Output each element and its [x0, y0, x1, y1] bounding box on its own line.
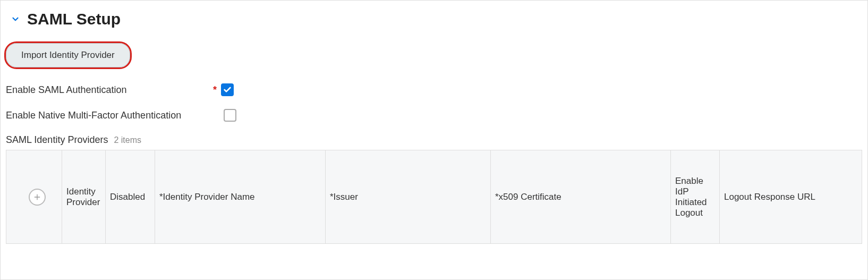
enable-saml-label: Enable SAML Authentication	[6, 84, 213, 96]
add-row-button[interactable]	[29, 189, 46, 206]
column-header-logout-url[interactable]: Logout Response URL	[720, 150, 862, 243]
required-indicator: *	[213, 84, 217, 96]
table-header-row: Identity Provider Disabled *Identity Pro…	[6, 150, 862, 243]
enable-saml-checkbox[interactable]	[221, 83, 234, 96]
column-header-cert[interactable]: *x509 Certificate	[491, 150, 671, 243]
column-header-issuer[interactable]: *Issuer	[326, 150, 491, 243]
chevron-down-icon	[11, 14, 20, 24]
table-caption: SAML Identity Providers 2 items	[6, 134, 862, 146]
section-title: SAML Setup	[27, 10, 121, 28]
table-item-count: 2 items	[114, 135, 141, 145]
section-header: SAML Setup	[6, 10, 862, 28]
collapse-toggle[interactable]	[10, 14, 21, 24]
column-header-enable-idp-logout[interactable]: Enable IdP Initiated Logout	[671, 150, 720, 243]
add-column-header	[6, 150, 62, 243]
enable-saml-row: Enable SAML Authentication *	[6, 83, 862, 96]
plus-icon	[33, 193, 41, 201]
column-header-name[interactable]: *Identity Provider Name	[155, 150, 326, 243]
import-identity-provider-button[interactable]: Import Identity Provider	[6, 43, 130, 67]
table-title: SAML Identity Providers	[6, 134, 108, 145]
enable-mfa-label: Enable Native Multi-Factor Authenticatio…	[6, 110, 224, 121]
enable-mfa-checkbox[interactable]	[224, 109, 236, 122]
check-icon	[223, 86, 232, 94]
column-header-disabled[interactable]: Disabled	[106, 150, 155, 243]
column-header-identity-provider[interactable]: Identity Provider	[62, 150, 106, 243]
identity-providers-table: Identity Provider Disabled *Identity Pro…	[6, 150, 862, 244]
enable-mfa-row: Enable Native Multi-Factor Authenticatio…	[6, 109, 862, 122]
